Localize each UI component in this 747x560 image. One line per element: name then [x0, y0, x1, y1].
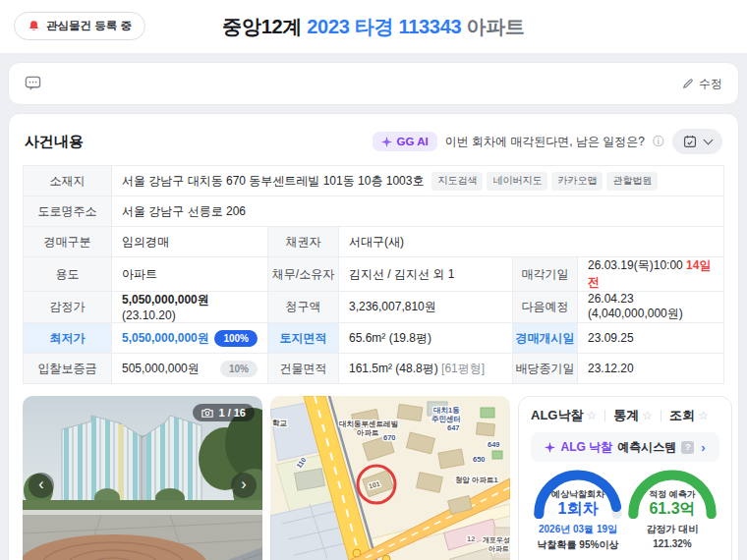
star-icon[interactable]: ☆ [586, 409, 597, 422]
building-area-label: 건물면적 [268, 354, 339, 384]
bell-icon [28, 20, 40, 32]
memo-toolbar: 수정 [8, 62, 739, 105]
alg-prediction-panel: ALG낙찰 ☆ 통계 ☆ 조회 ☆ [518, 396, 732, 560]
schedule-dropdown[interactable] [672, 129, 722, 154]
edit-memo-button[interactable]: 수정 [682, 76, 722, 92]
claim-value: 3,236,007,810원 [339, 292, 513, 323]
map-label: 649 [488, 440, 500, 449]
case-info-table: 소재지 서울 강남구 대치동 670 동부센트레빌 101동 10층 1003호… [23, 165, 724, 384]
auction-type-value: 임의경매 [112, 227, 268, 257]
low-price-ratio-badge: 100% [214, 330, 258, 347]
app-header: 관심물건 등록 중 중앙12계 2023 타경 113343 아파트 [0, 0, 747, 53]
tag-naver-map[interactable]: 네이버지도 [487, 172, 547, 191]
title-case-number: 2023 타경 113343 [307, 16, 461, 37]
photo-prev-button[interactable]: ‹ [29, 473, 54, 498]
tab-alg-bid[interactable]: ALG낙찰 ☆ [531, 407, 597, 424]
alg-system-link[interactable]: ALG 낙찰 예측시스템 ? › [531, 432, 719, 462]
title-court: 중앙12계 [222, 16, 302, 37]
location-map-panel[interactable]: 대치동부센트레빌 아파트 670 대치1동 주민센터 647 649 650 청… [270, 396, 510, 560]
tag-court[interactable]: 관할법원 [606, 172, 658, 191]
photo-counter-badge: 1 / 16 [193, 404, 255, 421]
pencil-icon [682, 78, 694, 89]
gg-ai-badge[interactable]: GG AI [373, 132, 436, 151]
arrow-right-icon: › [701, 440, 705, 455]
calendar-check-icon [683, 135, 697, 148]
appraisal-amount: 5,050,000,000원 [122, 293, 209, 307]
appraisal-label: 감정가 [24, 292, 112, 323]
debtor-value: 김지선 / 김지선 외 1 [339, 257, 513, 292]
land-area-value: 65.6m² (19.8평) [339, 323, 513, 354]
gg-ai-label: GG AI [396, 136, 428, 147]
page-body: 수정 사건내용 GG AI 이번 회차에 매각된다면, 남은 일정은? ⓘ [0, 53, 747, 560]
map-label: 670 [383, 433, 396, 442]
vs-appraisal-label: 감정가 대비 [625, 523, 719, 536]
next-schedule-value: 26.04.23 (4,040,000,000원) [578, 292, 724, 323]
deposit-ratio-badge: 10% [220, 361, 258, 377]
table-row: 입찰보증금 505,000,000원 10% 건물면적 161.5m² (48.… [24, 354, 724, 384]
map-label: 아파트 [488, 545, 509, 553]
bottom-panels: 1 / 16 ‹ › [23, 396, 724, 560]
table-row: 감정가 5,050,000,000원 (23.10.20) 청구액 3,236,… [24, 292, 724, 323]
help-icon[interactable]: ? [681, 441, 694, 454]
alg-brand-text: ALG 낙찰 [560, 439, 612, 456]
map-label: 12 [467, 534, 475, 543]
building-area-note: [61평형] [441, 362, 485, 375]
alg-system-text: 예측시스템 [617, 439, 676, 456]
sparkle-icon [381, 137, 392, 147]
case-detail-card: 사건내용 GG AI 이번 회차에 매각된다면, 남은 일정은? ⓘ [8, 113, 739, 560]
sale-date-value: 26.03.19(목)10:00 [588, 258, 683, 272]
map-label: 주민센터 [431, 415, 461, 423]
chevron-down-icon [704, 136, 714, 145]
road-address-label: 도로명주소 [24, 196, 112, 227]
info-icon[interactable]: ⓘ [653, 134, 664, 150]
tab-label: ALG낙찰 [531, 407, 583, 424]
chevron-right-icon: › [241, 476, 246, 492]
dividend-end-value: 23.12.20 [578, 354, 724, 384]
gauge-value: 1회차 [531, 499, 625, 520]
favorite-watch-badge[interactable]: 관심물건 등록 중 [14, 12, 145, 40]
table-row: 용도 아파트 채무/소유자 김지선 / 김지선 외 1 매각기일 26.03.1… [24, 257, 724, 292]
sale-date-label: 매각기일 [513, 257, 578, 292]
star-icon[interactable]: ☆ [642, 409, 653, 422]
win-probability: 낙찰확률 95%이상 [531, 538, 625, 552]
property-photo-panel[interactable]: 1 / 16 ‹ › [23, 396, 262, 560]
map-label: 개포우성1 [482, 536, 510, 544]
tab-label: 통계 [613, 407, 639, 424]
next-schedule-label: 다음예정 [513, 292, 578, 323]
tab-stats[interactable]: 통계 ☆ [613, 407, 653, 424]
star-icon[interactable]: ☆ [698, 409, 709, 422]
table-row: 경매구분 임의경매 채권자 서대구(새) [24, 227, 724, 257]
gauge-row: 예상낙찰회차 1회차 2026년 03월 19일 낙찰확률 95%이상 적정 예… [531, 468, 719, 552]
road-address-value: 서울 강남구 선릉로 206 [112, 196, 724, 227]
map-image: 대치동부센트레빌 아파트 670 대치1동 주민센터 647 649 650 청… [270, 396, 510, 560]
chevron-left-icon: ‹ [38, 476, 43, 492]
map-label: 대치동부센트레빌 [339, 420, 398, 428]
divider [604, 410, 605, 421]
tab-views[interactable]: 조회 ☆ [669, 407, 709, 424]
map-label: 647 [447, 423, 460, 432]
deposit-amount: 505,000,000원 [122, 361, 200, 377]
map-label: 학교 [272, 419, 288, 427]
deposit-label: 입찰보증금 [24, 354, 112, 384]
creditor-label: 채권자 [268, 227, 339, 257]
gauge-value: 61.3억 [625, 499, 719, 520]
tag-map-search[interactable]: 지도검색 [431, 172, 483, 191]
title-property-type: 아파트 [467, 16, 525, 37]
dividend-end-label: 배당종기일 [513, 354, 578, 384]
photo-next-button[interactable]: › [231, 473, 257, 498]
sparkle-icon [545, 442, 555, 453]
table-row: 최저가 5,050,000,000원 100% 토지면적 65.6m² (19.… [24, 323, 724, 354]
map-label: 대치1동 [433, 406, 460, 415]
tag-kakao-map[interactable]: 카카오맵 [551, 172, 603, 191]
auction-type-label: 경매구분 [24, 227, 112, 257]
round-prediction-gauge: 예상낙찰회차 1회차 2026년 03월 19일 낙찰확률 95%이상 [531, 468, 625, 552]
auction-start-value: 23.09.25 [578, 323, 724, 354]
divider [661, 410, 661, 421]
section-title: 사건내용 [25, 133, 84, 151]
price-prediction-gauge: 적정 예측가 61.3억 감정가 대비 121.32% [625, 468, 719, 552]
camera-icon [201, 408, 213, 418]
predicted-date: 2026년 03월 19일 [531, 523, 625, 536]
table-row: 소재지 서울 강남구 대치동 670 동부센트레빌 101동 10층 1003호… [24, 166, 724, 196]
section-header: 사건내용 GG AI 이번 회차에 매각된다면, 남은 일정은? ⓘ [25, 129, 722, 154]
comment-icon[interactable] [25, 76, 41, 91]
